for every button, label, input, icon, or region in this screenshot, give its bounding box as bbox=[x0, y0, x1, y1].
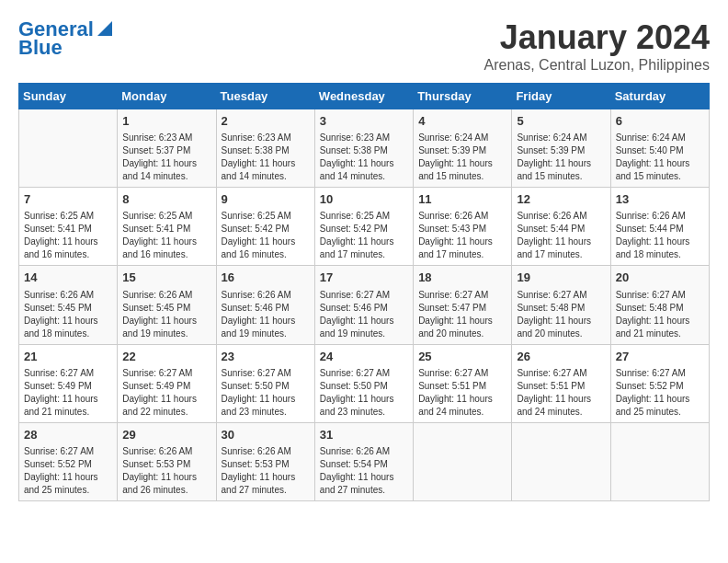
day-content: Sunrise: 6:25 AM Sunset: 5:41 PM Dayligh… bbox=[122, 210, 210, 261]
day-header-tuesday: Tuesday bbox=[216, 84, 314, 109]
day-number: 25 bbox=[418, 349, 506, 365]
day-content: Sunrise: 6:25 AM Sunset: 5:42 PM Dayligh… bbox=[222, 210, 310, 261]
page-header: General Blue January 2024 Arenas, Centra… bbox=[18, 18, 710, 74]
day-header-monday: Monday bbox=[118, 84, 216, 109]
day-number: 14 bbox=[24, 270, 112, 286]
day-number: 20 bbox=[616, 270, 704, 286]
calendar-cell: 29Sunrise: 6:26 AM Sunset: 5:53 PM Dayli… bbox=[118, 422, 216, 500]
day-number: 26 bbox=[517, 349, 605, 365]
day-number: 11 bbox=[418, 191, 506, 208]
day-number: 15 bbox=[122, 270, 210, 286]
calendar-cell: 19Sunrise: 6:27 AM Sunset: 5:48 PM Dayli… bbox=[512, 266, 610, 344]
day-header-thursday: Thursday bbox=[414, 84, 512, 109]
day-number: 1 bbox=[122, 113, 210, 130]
calendar-week-3: 14Sunrise: 6:26 AM Sunset: 5:45 PM Dayli… bbox=[19, 266, 710, 344]
day-number: 24 bbox=[320, 349, 408, 365]
calendar-week-5: 28Sunrise: 6:27 AM Sunset: 5:52 PM Dayli… bbox=[19, 422, 710, 500]
calendar-cell: 8Sunrise: 6:25 AM Sunset: 5:41 PM Daylig… bbox=[118, 188, 216, 266]
calendar-cell: 18Sunrise: 6:27 AM Sunset: 5:47 PM Dayli… bbox=[414, 266, 512, 344]
day-header-saturday: Saturday bbox=[610, 84, 709, 109]
day-number: 8 bbox=[122, 191, 210, 208]
calendar-cell: 25Sunrise: 6:27 AM Sunset: 5:51 PM Dayli… bbox=[414, 344, 512, 422]
day-number: 3 bbox=[320, 113, 408, 130]
day-content: Sunrise: 6:27 AM Sunset: 5:47 PM Dayligh… bbox=[418, 289, 506, 340]
calendar-week-2: 7Sunrise: 6:25 AM Sunset: 5:41 PM Daylig… bbox=[19, 188, 710, 266]
day-number: 10 bbox=[320, 191, 408, 208]
logo-icon bbox=[96, 19, 114, 38]
calendar-cell: 30Sunrise: 6:26 AM Sunset: 5:53 PM Dayli… bbox=[216, 422, 314, 500]
day-content: Sunrise: 6:24 AM Sunset: 5:40 PM Dayligh… bbox=[616, 132, 704, 183]
calendar-cell: 17Sunrise: 6:27 AM Sunset: 5:46 PM Dayli… bbox=[314, 266, 413, 344]
logo-blue: Blue bbox=[18, 37, 63, 59]
logo: General Blue bbox=[18, 18, 114, 59]
day-number: 28 bbox=[24, 427, 112, 443]
calendar-cell: 5Sunrise: 6:24 AM Sunset: 5:39 PM Daylig… bbox=[512, 109, 610, 188]
day-number: 21 bbox=[24, 349, 112, 365]
day-content: Sunrise: 6:26 AM Sunset: 5:53 PM Dayligh… bbox=[222, 445, 310, 497]
day-number: 13 bbox=[616, 191, 704, 208]
calendar-cell: 1Sunrise: 6:23 AM Sunset: 5:37 PM Daylig… bbox=[118, 109, 216, 188]
calendar-cell: 16Sunrise: 6:26 AM Sunset: 5:46 PM Dayli… bbox=[216, 266, 314, 344]
day-content: Sunrise: 6:27 AM Sunset: 5:48 PM Dayligh… bbox=[616, 289, 704, 340]
day-content: Sunrise: 6:23 AM Sunset: 5:38 PM Dayligh… bbox=[222, 132, 310, 183]
day-content: Sunrise: 6:27 AM Sunset: 5:52 PM Dayligh… bbox=[616, 367, 704, 419]
calendar-cell bbox=[19, 109, 118, 188]
location-title: Arenas, Central Luzon, Philippines bbox=[484, 57, 710, 74]
day-number: 12 bbox=[517, 191, 605, 208]
day-content: Sunrise: 6:26 AM Sunset: 5:46 PM Dayligh… bbox=[222, 289, 310, 340]
calendar-cell: 14Sunrise: 6:26 AM Sunset: 5:45 PM Dayli… bbox=[19, 266, 118, 344]
calendar-cell: 10Sunrise: 6:25 AM Sunset: 5:42 PM Dayli… bbox=[314, 188, 413, 266]
day-number: 4 bbox=[418, 113, 506, 130]
day-header-wednesday: Wednesday bbox=[314, 84, 413, 109]
day-content: Sunrise: 6:27 AM Sunset: 5:49 PM Dayligh… bbox=[122, 367, 210, 419]
day-content: Sunrise: 6:26 AM Sunset: 5:44 PM Dayligh… bbox=[517, 210, 605, 261]
day-content: Sunrise: 6:27 AM Sunset: 5:48 PM Dayligh… bbox=[517, 289, 605, 340]
calendar-week-4: 21Sunrise: 6:27 AM Sunset: 5:49 PM Dayli… bbox=[19, 344, 710, 422]
day-content: Sunrise: 6:27 AM Sunset: 5:46 PM Dayligh… bbox=[320, 289, 408, 340]
day-content: Sunrise: 6:25 AM Sunset: 5:42 PM Dayligh… bbox=[320, 210, 408, 261]
day-content: Sunrise: 6:27 AM Sunset: 5:50 PM Dayligh… bbox=[320, 367, 408, 419]
day-number: 6 bbox=[616, 113, 704, 130]
day-content: Sunrise: 6:27 AM Sunset: 5:49 PM Dayligh… bbox=[24, 367, 112, 419]
calendar-cell: 11Sunrise: 6:26 AM Sunset: 5:43 PM Dayli… bbox=[414, 188, 512, 266]
calendar-cell: 21Sunrise: 6:27 AM Sunset: 5:49 PM Dayli… bbox=[19, 344, 118, 422]
day-number: 17 bbox=[320, 270, 408, 286]
calendar-cell: 13Sunrise: 6:26 AM Sunset: 5:44 PM Dayli… bbox=[610, 188, 709, 266]
day-number: 18 bbox=[418, 270, 506, 286]
day-header-friday: Friday bbox=[512, 84, 610, 109]
calendar-cell: 9Sunrise: 6:25 AM Sunset: 5:42 PM Daylig… bbox=[216, 188, 314, 266]
calendar-cell bbox=[414, 422, 512, 500]
day-content: Sunrise: 6:26 AM Sunset: 5:45 PM Dayligh… bbox=[24, 289, 112, 340]
day-content: Sunrise: 6:24 AM Sunset: 5:39 PM Dayligh… bbox=[418, 132, 506, 183]
calendar-cell: 15Sunrise: 6:26 AM Sunset: 5:45 PM Dayli… bbox=[118, 266, 216, 344]
day-content: Sunrise: 6:26 AM Sunset: 5:53 PM Dayligh… bbox=[122, 445, 210, 497]
calendar-cell: 7Sunrise: 6:25 AM Sunset: 5:41 PM Daylig… bbox=[19, 188, 118, 266]
day-content: Sunrise: 6:26 AM Sunset: 5:43 PM Dayligh… bbox=[418, 210, 506, 261]
calendar-cell: 28Sunrise: 6:27 AM Sunset: 5:52 PM Dayli… bbox=[19, 422, 118, 500]
calendar-cell: 2Sunrise: 6:23 AM Sunset: 5:38 PM Daylig… bbox=[216, 109, 314, 188]
day-content: Sunrise: 6:23 AM Sunset: 5:37 PM Dayligh… bbox=[122, 132, 210, 183]
calendar-cell: 22Sunrise: 6:27 AM Sunset: 5:49 PM Dayli… bbox=[118, 344, 216, 422]
month-title: January 2024 bbox=[484, 18, 710, 57]
day-number: 31 bbox=[320, 427, 408, 443]
day-content: Sunrise: 6:25 AM Sunset: 5:41 PM Dayligh… bbox=[24, 210, 112, 261]
svg-marker-0 bbox=[97, 21, 112, 36]
day-number: 2 bbox=[222, 113, 310, 130]
day-content: Sunrise: 6:27 AM Sunset: 5:52 PM Dayligh… bbox=[24, 445, 112, 497]
calendar-cell: 3Sunrise: 6:23 AM Sunset: 5:38 PM Daylig… bbox=[314, 109, 413, 188]
day-content: Sunrise: 6:27 AM Sunset: 5:51 PM Dayligh… bbox=[418, 367, 506, 419]
calendar-cell bbox=[512, 422, 610, 500]
calendar-week-1: 1Sunrise: 6:23 AM Sunset: 5:37 PM Daylig… bbox=[19, 109, 710, 188]
calendar-cell: 12Sunrise: 6:26 AM Sunset: 5:44 PM Dayli… bbox=[512, 188, 610, 266]
calendar-cell: 4Sunrise: 6:24 AM Sunset: 5:39 PM Daylig… bbox=[414, 109, 512, 188]
day-number: 27 bbox=[616, 349, 704, 365]
day-number: 9 bbox=[222, 191, 310, 208]
calendar-cell: 31Sunrise: 6:26 AM Sunset: 5:54 PM Dayli… bbox=[314, 422, 413, 500]
day-content: Sunrise: 6:26 AM Sunset: 5:45 PM Dayligh… bbox=[122, 289, 210, 340]
calendar-table: SundayMondayTuesdayWednesdayThursdayFrid… bbox=[18, 83, 710, 501]
calendar-cell: 27Sunrise: 6:27 AM Sunset: 5:52 PM Dayli… bbox=[610, 344, 709, 422]
calendar-cell: 6Sunrise: 6:24 AM Sunset: 5:40 PM Daylig… bbox=[610, 109, 709, 188]
day-number: 22 bbox=[122, 349, 210, 365]
calendar-cell bbox=[610, 422, 709, 500]
day-content: Sunrise: 6:26 AM Sunset: 5:54 PM Dayligh… bbox=[320, 445, 408, 497]
